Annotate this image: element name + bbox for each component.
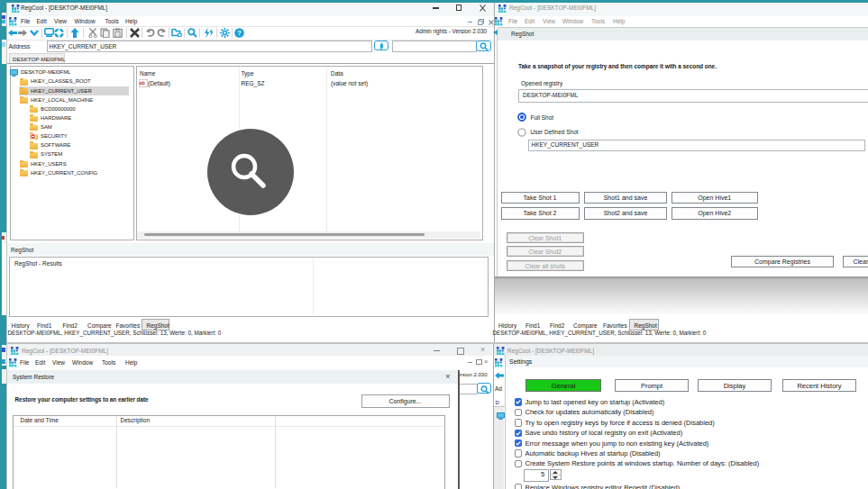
svg-text:?: ? xyxy=(237,29,242,37)
